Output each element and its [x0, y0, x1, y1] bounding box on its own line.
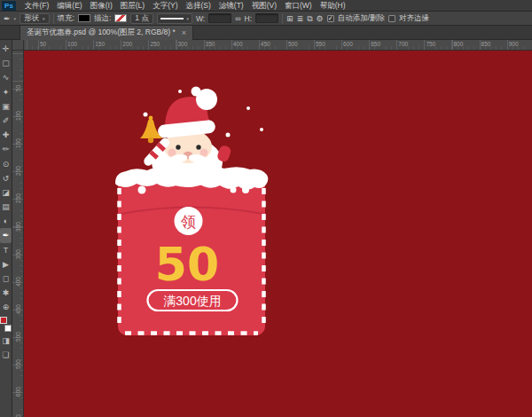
horizontal-ruler[interactable]: 5010015020025030035040045050055060065070… [24, 40, 532, 51]
menu-item-9[interactable]: 帮助(H) [316, 0, 349, 11]
menu-item-0[interactable]: 文件(F) [20, 0, 53, 11]
menu-item-2[interactable]: 图像(I) [86, 0, 116, 11]
hand-tool-icon[interactable]: ✱ [0, 286, 12, 300]
pen-tool-preset-icon[interactable]: ✒ [4, 12, 11, 25]
separator [53, 13, 54, 24]
tool-options-bar: ✒ ▾ 形状 ▾ 填充: 描边: 1 点 ▾ W: ∞ H: ⊞ ≣ ⧉ ⚙ ✓… [0, 12, 532, 26]
stroke-style-select[interactable]: ▾ [157, 13, 192, 24]
photoshop-window: Ps 文件(F)编辑(E)图像(I)图层(L)文字(Y)选择(S)滤镜(T)视图… [0, 0, 532, 417]
photoshop-logo: Ps [2, 1, 16, 11]
type-tool-icon[interactable]: T [0, 243, 12, 257]
shape-tool-icon[interactable]: ◻ [0, 271, 12, 286]
crop-tool-icon[interactable]: ▣ [0, 99, 12, 114]
width-input[interactable] [208, 13, 231, 23]
auto-add-delete-checkbox[interactable]: ✓ [327, 15, 334, 22]
snow-dot [226, 133, 231, 138]
eyedropper-tool-icon[interactable]: ✐ [0, 114, 12, 128]
menu-item-3[interactable]: 图层(L) [116, 0, 148, 11]
hruler-label: 450 [261, 41, 270, 47]
preset-caret-icon[interactable]: ▾ [14, 16, 17, 21]
quick-selection-tool-icon[interactable]: ✦ [0, 85, 12, 99]
santa-eye-right [196, 145, 200, 149]
menu-item-4[interactable]: 文字(Y) [149, 0, 182, 11]
align-edges-checkbox[interactable] [388, 15, 395, 22]
canvas[interactable]: 领 50 满300使用 [24, 51, 532, 417]
auto-add-delete-label: 自动添加/删除 [338, 13, 385, 24]
foreground-color-swatch[interactable] [0, 317, 7, 324]
hruler-label: 100 [67, 41, 77, 47]
path-arrangement-icon[interactable]: ⧉ [307, 12, 312, 25]
hruler-label: 50 [40, 41, 46, 47]
claim-badge-text: 领 [181, 214, 196, 231]
snow-drip [242, 186, 249, 193]
lasso-tool-icon[interactable]: ∿ [0, 70, 12, 84]
vruler-label: 450 [15, 301, 21, 317]
width-label: W: [196, 14, 205, 23]
santa-eye-left [176, 145, 180, 149]
chevron-down-icon: ▾ [43, 16, 45, 21]
hruler-label: 250 [150, 41, 160, 47]
snow-dot [260, 128, 263, 131]
vruler-label: 200 [15, 163, 21, 179]
stroke-width-value: 1 点 [135, 13, 149, 24]
menu-item-7[interactable]: 视图(V) [247, 0, 280, 11]
move-tool-icon[interactable]: ✛ [0, 42, 12, 56]
background-color-swatch[interactable] [4, 325, 12, 332]
close-icon[interactable]: × [182, 29, 186, 37]
pen-tool-icon[interactable]: ✒ [0, 228, 12, 242]
santa-hat-pompom-small [192, 87, 201, 97]
hruler-label: 600 [343, 41, 353, 47]
vruler-label: 650 [15, 412, 21, 417]
document-tab-bar: 圣诞节优惠券.psd @ 100%(图层 2, RGB/8) * × [0, 26, 532, 40]
history-brush-tool-icon[interactable]: ↺ [0, 171, 12, 185]
vruler-label: 500 [15, 328, 21, 344]
align-edges-label: 对齐边缘 [399, 13, 429, 24]
gradient-tool-icon[interactable]: ▤ [0, 200, 12, 214]
hruler-label: 200 [122, 41, 132, 47]
menu-bar: Ps 文件(F)编辑(E)图像(I)图层(L)文字(Y)选择(S)滤镜(T)视图… [0, 0, 532, 12]
marquee-tool-icon[interactable]: ▢ [0, 56, 12, 70]
stroke-width-select[interactable]: 1 点 [130, 13, 153, 24]
path-operations-icon[interactable]: ⊞ [286, 12, 293, 25]
vertical-ruler[interactable]: 50100150200250300350400450500550600650 [12, 51, 24, 417]
brush-tool-icon[interactable]: ✏ [0, 142, 12, 156]
vruler-label: 250 [15, 191, 21, 207]
path-alignment-icon[interactable]: ≣ [297, 12, 304, 25]
zoom-tool-icon[interactable]: ⊕ [0, 300, 12, 314]
path-selection-tool-icon[interactable]: ▶ [0, 257, 12, 271]
document-tab[interactable]: 圣诞节优惠券.psd @ 100%(图层 2, RGB/8) * × [20, 26, 193, 40]
vruler-label: 350 [15, 246, 21, 262]
healing-brush-tool-icon[interactable]: ✚ [0, 128, 12, 142]
hruler-label: 900 [509, 41, 519, 47]
menu-item-8[interactable]: 窗口(W) [281, 0, 317, 11]
height-input[interactable] [255, 13, 278, 23]
hruler-label: 350 [206, 41, 215, 47]
link-dimensions-icon[interactable]: ∞ [235, 12, 240, 25]
hruler-label: 850 [481, 41, 491, 47]
tool-mode-select[interactable]: 形状 ▾ [20, 13, 50, 24]
dodge-tool-icon[interactable]: ◐ [0, 214, 12, 228]
menu-items: 文件(F)编辑(E)图像(I)图层(L)文字(Y)选择(S)滤镜(T)视图(V)… [20, 0, 349, 11]
vruler-label: 600 [15, 384, 21, 400]
gear-icon[interactable]: ⚙ [317, 12, 324, 25]
claim-badge: 领 [175, 207, 203, 235]
ruler-corner[interactable] [12, 40, 24, 51]
quick-mask-icon[interactable]: ◨ [0, 334, 12, 348]
fill-color-swatch[interactable] [78, 14, 90, 22]
menu-item-1[interactable]: 编辑(E) [53, 0, 86, 11]
condition-text: 满300使用 [163, 294, 221, 308]
hruler-label: 750 [426, 41, 435, 47]
coupon-amount: 50 [155, 238, 219, 291]
vruler-label: 50 [15, 81, 21, 97]
menu-item-6[interactable]: 滤镜(T) [215, 0, 247, 11]
snow-dot [246, 106, 250, 110]
clone-stamp-tool-icon[interactable]: ⊙ [0, 157, 12, 171]
menu-item-5[interactable]: 选择(S) [182, 0, 215, 11]
hruler-label: 800 [454, 41, 464, 47]
stroke-color-swatch[interactable] [114, 14, 127, 22]
eraser-tool-icon[interactable]: ◪ [0, 185, 12, 200]
document-area: 5010015020025030035040045050055060065070… [12, 40, 532, 417]
hruler-label: 500 [288, 41, 298, 47]
screen-mode-icon[interactable]: ❏ [0, 348, 12, 362]
color-swatches[interactable] [0, 317, 12, 332]
